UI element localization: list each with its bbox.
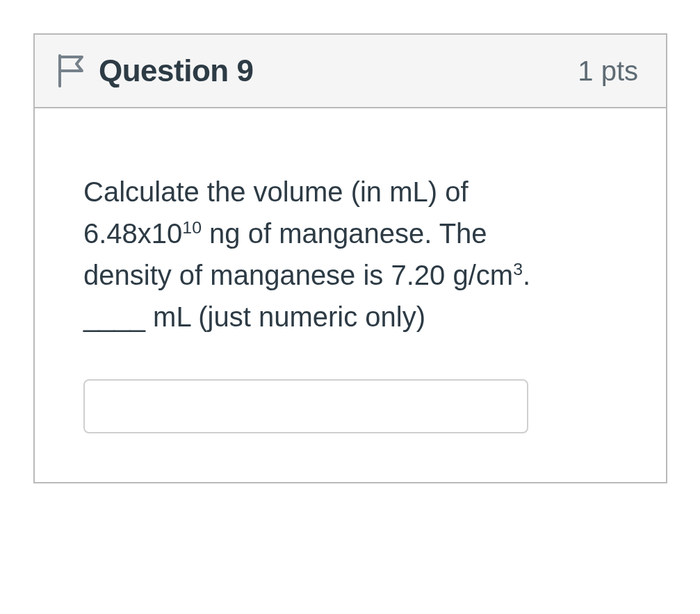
question-title: Question 9 (99, 53, 253, 88)
answer-input[interactable] (83, 379, 528, 433)
prompt-line-4: ____ mL (just numeric only) (83, 301, 425, 332)
flag-icon[interactable] (56, 53, 86, 89)
prompt-line-2b: ng of manganese. The (202, 218, 487, 249)
prompt-line-3-sup: 3 (513, 260, 523, 279)
question-prompt: Calculate the volume (in mL) of 6.48x101… (83, 171, 617, 338)
prompt-line-2a: 6.48x10 (83, 218, 182, 249)
question-header: Question 9 1 pts (35, 35, 666, 108)
prompt-line-2-sup: 10 (182, 218, 202, 237)
prompt-line-3a: density of manganese is 7.20 g/cm (83, 260, 513, 290)
question-body: Calculate the volume (in mL) of 6.48x101… (35, 108, 666, 482)
prompt-line-3b: . (523, 260, 530, 290)
question-card: Question 9 1 pts Calculate the volume (i… (33, 33, 667, 483)
prompt-line-1: Calculate the volume (in mL) of (83, 176, 469, 207)
header-left: Question 9 (56, 53, 253, 89)
question-points: 1 pts (578, 56, 638, 87)
